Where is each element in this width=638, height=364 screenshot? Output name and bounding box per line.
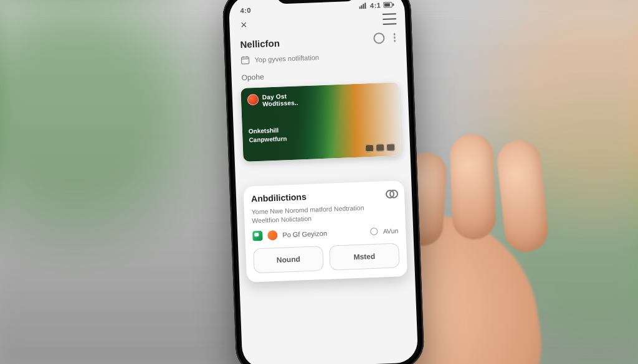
hero-chips — [365, 144, 395, 152]
battery-icon — [383, 1, 394, 8]
link-icon[interactable] — [386, 189, 398, 198]
status-time: 4:0 — [240, 6, 251, 14]
signal-icon — [359, 2, 368, 9]
phone-frame: 4:0 4:1 — [222, 0, 425, 364]
status-network: 4:1 — [370, 1, 381, 9]
hero-card[interactable]: Day Ost Wodtisses.. Onketshill Canpwetfu… — [240, 82, 401, 162]
phone-screen: 4:0 4:1 — [229, 0, 419, 364]
subtitle-text: Yop gyves notliftation — [254, 54, 319, 63]
hero-line1: Day Ost Wodtisses.. — [262, 92, 298, 107]
panel-row-value: AVun — [383, 227, 399, 235]
svg-rect-0 — [359, 7, 360, 9]
hero-badge-icon — [247, 94, 259, 106]
panel-title: Anbdilictions — [251, 192, 307, 203]
radio-icon[interactable] — [371, 228, 378, 235]
panel-actions: Nound Msted — [253, 243, 399, 274]
app-icon-green — [252, 231, 263, 241]
notification-panel: Anbdilictions Yome Nwe Noromd matford Ne… — [243, 180, 407, 282]
hero-line2: Onketshill — [249, 127, 279, 135]
background-scene: 4:0 4:1 — [0, 0, 638, 364]
action-right-button[interactable]: Msted — [329, 243, 399, 271]
panel-body: Yome Nwe Noromd matford Nedtration Weelt… — [252, 202, 398, 225]
app-icon-orange — [267, 230, 278, 241]
svg-rect-2 — [363, 4, 364, 9]
panel-row: Po Gf Geyizon AVun — [252, 226, 398, 241]
svg-rect-7 — [241, 57, 249, 63]
title-tools — [363, 31, 406, 44]
page-title: Nellicfon — [230, 34, 290, 52]
svg-rect-5 — [384, 3, 390, 6]
refresh-icon[interactable] — [373, 32, 385, 44]
menu-icon[interactable] — [383, 13, 397, 25]
svg-rect-3 — [364, 2, 366, 9]
more-icon[interactable] — [393, 32, 396, 42]
action-left-button[interactable]: Nound — [253, 246, 323, 273]
close-icon[interactable]: × — [237, 17, 251, 32]
hero-line3: Canpwetfurn — [249, 135, 287, 143]
panel-row-label: Po Gf Geyizon — [282, 230, 327, 239]
svg-rect-6 — [393, 3, 394, 6]
calendar-icon — [240, 55, 250, 65]
svg-rect-1 — [361, 5, 362, 9]
